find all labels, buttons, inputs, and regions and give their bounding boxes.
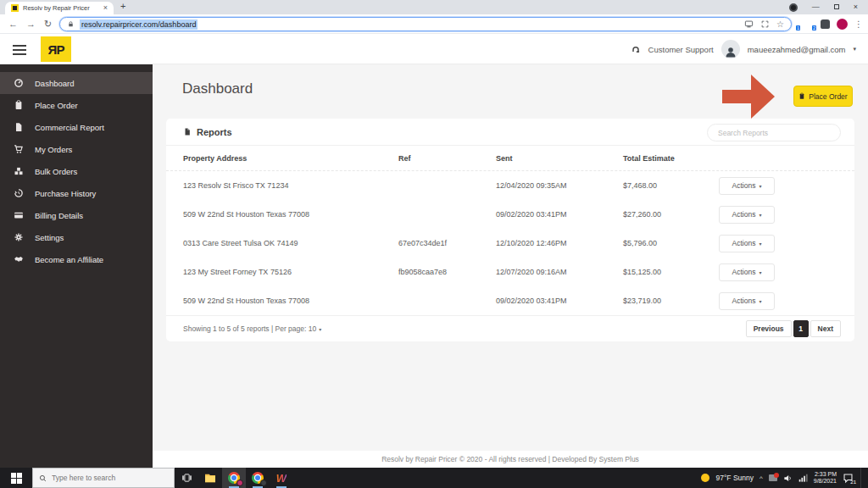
cell-ref: 67e07c34de1f — [398, 239, 496, 247]
cell-sent: 12/07/2020 09:16AM — [496, 268, 623, 276]
address-bar[interactable]: resolv.repairpricer.com/dashboard ☆ — [59, 17, 792, 31]
taskbar-search-input[interactable] — [52, 474, 162, 482]
w-app-button[interactable]: W — [270, 468, 293, 488]
sidebar-item-label: Billing Details — [35, 211, 83, 220]
next-page-button[interactable]: Next — [810, 320, 841, 337]
send-to-device-icon[interactable] — [744, 20, 754, 28]
taskbar-clock[interactable]: 2:33 PM 9/8/2021 — [814, 471, 837, 485]
date-text: 9/8/2021 — [814, 478, 837, 485]
user-avatar[interactable] — [721, 40, 740, 58]
cell-sent: 09/02/2020 03:41PM — [496, 297, 623, 305]
customer-support-link[interactable]: Customer Support — [648, 45, 714, 54]
new-tab-button[interactable]: + — [120, 1, 125, 11]
actions-button[interactable]: Actions▾ — [719, 177, 775, 195]
network-icon[interactable] — [798, 474, 808, 483]
sidebar-item-label: Commercial Report — [35, 123, 104, 132]
cell-sent: 12/10/2020 12:46PM — [496, 239, 623, 247]
back-button[interactable]: ← — [8, 18, 18, 30]
show-desktop-button[interactable] — [860, 468, 863, 488]
extension-icon[interactable]: 2 — [804, 19, 814, 29]
sidebar-item-billing-details[interactable]: Billing Details — [0, 204, 153, 226]
summary-text: Showing 1 to 5 of 5 reports | Per page: … — [183, 324, 316, 333]
start-button[interactable] — [0, 468, 32, 488]
sidebar-item-place-order[interactable]: Place Order — [0, 94, 153, 116]
action-center-button[interactable]: 21 — [843, 472, 854, 484]
table-row: 123 Resolv St Frisco TX 71234 12/04/2020… — [166, 171, 854, 200]
actions-button[interactable]: Actions▾ — [719, 206, 775, 224]
forward-button[interactable]: → — [26, 18, 36, 30]
chrome-active-button[interactable] — [222, 468, 246, 488]
chevron-down-icon[interactable]: ▾ — [853, 46, 856, 53]
sidebar-item-commercial-report[interactable]: Commercial Report — [0, 116, 153, 138]
taskbar-search[interactable] — [32, 468, 175, 488]
actions-label: Actions — [732, 268, 756, 276]
previous-page-button[interactable]: Previous — [746, 320, 792, 337]
window-close-button[interactable]: × — [854, 3, 858, 11]
tray-record-icon[interactable] — [769, 474, 777, 481]
actions-label: Actions — [732, 210, 756, 219]
table-row: 123 My Street Forney TX 75126 fb9058caa7… — [166, 258, 854, 286]
window-maximize-button[interactable] — [834, 3, 839, 11]
tray-chevron-up-icon[interactable]: ^ — [760, 474, 763, 482]
user-email[interactable]: maueezahmed@gmail.com — [748, 45, 846, 54]
current-page-indicator[interactable]: 1 — [793, 320, 809, 337]
caret-down-icon: ▾ — [759, 183, 761, 189]
sidebar-item-bulk-orders[interactable]: Bulk Orders — [0, 160, 153, 182]
sidebar-item-purchase-history[interactable]: Purchase History — [0, 182, 153, 204]
boxes-icon — [13, 166, 25, 176]
browser-tab[interactable]: Resolv by Repair Pricer × — [5, 2, 114, 14]
tab-title: Resolv by Repair Pricer — [23, 4, 99, 12]
reload-button[interactable]: ↻ — [44, 18, 52, 30]
sidebar-item-my-orders[interactable]: My Orders — [0, 138, 153, 160]
weather-text[interactable]: 97°F Sunny — [715, 474, 754, 482]
sun-weather-icon[interactable] — [701, 474, 709, 482]
table-row: 509 W 22nd St Houston Texas 77008 09/02/… — [166, 286, 854, 315]
sidebar-item-settings[interactable]: Settings — [0, 226, 153, 248]
time-text: 2:33 PM — [814, 471, 837, 478]
hamburger-menu-icon[interactable] — [13, 45, 26, 55]
system-tray: 97°F Sunny ^ 2:33 PM 9/8/2021 21 — [701, 468, 868, 488]
sidebar-item-become-an-affiliate[interactable]: Become an Affiliate — [0, 248, 153, 270]
actions-button[interactable]: Actions▾ — [719, 235, 775, 252]
file-explorer-button[interactable] — [198, 468, 222, 488]
bookmark-star-icon[interactable]: ☆ — [776, 20, 784, 29]
pagination: Previous 1 Next — [746, 320, 841, 337]
sidebar-item-dashboard[interactable]: Dashboard — [0, 72, 153, 94]
actions-button[interactable]: Actions▾ — [719, 292, 775, 310]
gear-icon — [13, 232, 25, 242]
arrow-head — [751, 75, 775, 119]
volume-icon[interactable] — [783, 474, 793, 483]
search-reports-input[interactable] — [707, 124, 841, 141]
profile-badge — [260, 480, 267, 486]
actions-button[interactable]: Actions▾ — [719, 263, 775, 281]
browser-toolbar: ← → ↻ resolv.repairpricer.com/dashboard … — [0, 14, 868, 34]
browser-menu-icon[interactable]: ⋮ — [854, 19, 863, 29]
reports-title-text: Reports — [197, 127, 232, 137]
extension-3-icon[interactable] — [821, 19, 830, 29]
tab-close-icon[interactable]: × — [103, 4, 108, 12]
cell-total-estimate: $15,125.00 — [623, 268, 719, 276]
reports-title: Reports — [183, 127, 232, 137]
window-minimize-button[interactable]: — — [812, 3, 820, 11]
page-title: Dashboard — [182, 80, 253, 97]
task-view-button[interactable] — [175, 468, 198, 488]
cell-property-address: 0313 Care Street Tulsa OK 74149 — [183, 239, 398, 247]
per-page-caret-icon[interactable]: ▾ — [319, 326, 321, 332]
chrome-secondary-button[interactable] — [246, 468, 270, 488]
address-bar-icons: ☆ — [744, 20, 784, 29]
fullscreen-icon[interactable] — [761, 20, 769, 28]
reports-card: Reports Property Address Ref Sent Total … — [166, 119, 854, 341]
browser-tab-strip: Resolv by Repair Pricer × + — × — [0, 0, 868, 14]
caret-down-icon: ▾ — [759, 212, 761, 218]
app-logo[interactable]: ЯP — [41, 36, 71, 62]
cell-property-address: 123 My Street Forney TX 75126 — [183, 268, 398, 276]
app-header: ЯP Customer Support maueezahmed@gmail.co… — [0, 34, 868, 64]
url-text: resolv.repairpricer.com/dashboard — [80, 19, 198, 30]
browser-profile-avatar[interactable] — [837, 19, 848, 30]
taskbar-icons: W — [175, 468, 293, 488]
site-favicon-icon — [11, 4, 19, 12]
clipboard-icon — [13, 100, 25, 110]
extension-icon[interactable]: 1 — [788, 19, 798, 29]
place-order-button[interactable]: Place Order — [793, 86, 853, 107]
column-header-ref: Ref — [398, 154, 496, 163]
